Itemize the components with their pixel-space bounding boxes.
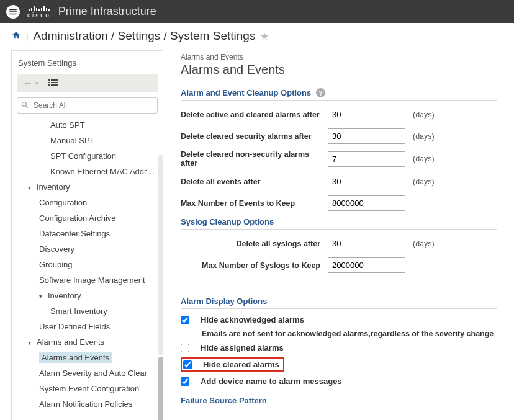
failure-section-header: Failure Source Pattern (181, 396, 497, 408)
cisco-logo: cisco (27, 5, 51, 19)
help-icon[interactable]: ? (316, 88, 325, 97)
search-input[interactable] (17, 97, 158, 114)
form-label: Delete cleared non-security alarms after (181, 150, 320, 168)
content-crumb: Alarms and Events (181, 53, 497, 61)
form-row: Delete all events after(days) (181, 174, 497, 189)
option-row: Hide cleared alarms (181, 357, 497, 372)
option-label: Hide cleared alarms (203, 360, 279, 369)
display-section-header: Alarm Display Options (181, 297, 497, 309)
form-input[interactable] (328, 174, 405, 189)
sidebar-item[interactable]: Configuration Archive (17, 210, 158, 226)
form-row: Delete active and cleared alarms after(d… (181, 107, 497, 122)
option-label: Hide acknowledged alarms (201, 315, 304, 324)
form-input[interactable] (328, 195, 405, 211)
sidebar-item[interactable]: Grouping (17, 257, 158, 272)
form-label: Delete all syslogs after (181, 239, 320, 248)
form-label: Max Number of Events to Keep (181, 199, 320, 208)
form-row: Max Number of Syslogs to Keep (181, 257, 497, 273)
form-row: Max Number of Events to Keep (181, 195, 497, 211)
sidebar-item[interactable]: Datacenter Settings (17, 226, 158, 241)
sidebar-item[interactable]: System Event Configuration (17, 381, 158, 396)
option-row: Hide assigned alarms (181, 343, 497, 352)
scrollbar[interactable] (156, 155, 164, 420)
unit-label: (days) (413, 177, 435, 186)
syslog-section-header: Syslog Cleanup Options (181, 217, 497, 230)
sidebar-item[interactable]: Inventory (17, 179, 158, 195)
svg-point-0 (22, 102, 26, 106)
option-label: Add device name to alarm messages (201, 377, 342, 386)
main-content: Alarms and Events Alarms and Events Alar… (163, 50, 503, 420)
sidebar-search (17, 97, 158, 114)
sidebar-item[interactable]: Alarms and Events (17, 334, 158, 350)
unit-label: (days) (413, 154, 435, 163)
form-input[interactable] (328, 257, 405, 273)
option-note: Emails are not sent for acknowledged ala… (202, 329, 497, 338)
sidebar-item[interactable]: Software Image Management (17, 272, 158, 288)
nav-tree: Auto SPTManual SPTSPT ConfigurationKnown… (17, 117, 158, 412)
search-icon (20, 101, 29, 111)
highlighted-option: Hide cleared alarms (181, 357, 284, 372)
form-row: Delete cleared security alarms after(day… (181, 128, 497, 144)
topbar: cisco Prime Infrastructure (0, 0, 514, 23)
option-checkbox[interactable] (181, 344, 189, 352)
favorite-star-icon[interactable]: ★ (260, 30, 269, 42)
sidebar-item[interactable]: SPT Configuration (17, 148, 158, 164)
sidebar-item[interactable]: Discovery (17, 241, 158, 257)
form-input[interactable] (328, 151, 405, 167)
breadcrumb-row: | Administration / Settings / System Set… (0, 23, 514, 50)
form-label: Max Number of Syslogs to Keep (181, 261, 320, 270)
sidebar-toolbar: ← ▾ (17, 74, 158, 92)
form-label: Delete cleared security alarms after (181, 132, 320, 141)
breadcrumb-separator: | (26, 32, 28, 41)
option-checkbox[interactable] (183, 360, 192, 369)
unit-label: (days) (413, 110, 435, 119)
sidebar-item[interactable]: Alarm Notification Policies (17, 396, 158, 412)
option-row: Hide acknowledged alarms (181, 315, 497, 324)
sidebar-item[interactable]: Known Ethernet MAC Address List (17, 164, 158, 179)
breadcrumb: Administration / Settings / System Setti… (33, 29, 255, 43)
unit-label: (days) (413, 239, 435, 248)
option-checkbox[interactable] (181, 316, 189, 324)
sidebar-item[interactable]: User Defined Fields (17, 319, 158, 334)
sidebar-item[interactable]: Manual SPT (17, 133, 158, 148)
menu-button[interactable] (6, 5, 20, 19)
sidebar-item[interactable]: Inventory (17, 288, 158, 303)
form-input[interactable] (328, 236, 405, 251)
unit-label: (days) (413, 132, 435, 141)
option-checkbox[interactable] (181, 377, 189, 386)
option-row: Add device name to alarm messages (181, 377, 497, 386)
product-name: Prime Infrastructure (58, 5, 156, 18)
option-label: Hide assigned alarms (201, 343, 284, 352)
form-row: Delete all syslogs after(days) (181, 236, 497, 251)
sidebar-item[interactable]: Auto SPT (17, 117, 158, 133)
back-arrow-icon[interactable]: ← ▾ (23, 78, 38, 89)
sidebar: System Settings ← ▾ Auto SPTManual SPTSP… (11, 50, 163, 420)
form-label: Delete all events after (181, 177, 320, 186)
sidebar-title: System Settings (17, 56, 158, 74)
form-row: Delete cleared non-security alarms after… (181, 150, 497, 168)
cisco-text: cisco (27, 12, 51, 19)
hamburger-icon (9, 7, 17, 16)
page-title: Alarms and Events (181, 63, 497, 77)
form-label: Delete active and cleared alarms after (181, 110, 320, 119)
form-input[interactable] (328, 128, 405, 144)
sidebar-item[interactable]: Configuration (17, 195, 158, 210)
sidebar-item[interactable]: Alarm Severity and Auto Clear (17, 365, 158, 381)
home-icon[interactable] (11, 30, 21, 42)
list-view-icon[interactable] (48, 79, 58, 88)
sidebar-item[interactable]: Alarms and Events (17, 350, 158, 365)
cleanup-section-header: Alarm and Event Cleanup Options ? (181, 88, 497, 101)
form-input[interactable] (328, 107, 405, 122)
sidebar-item[interactable]: Smart Inventory (17, 303, 158, 319)
